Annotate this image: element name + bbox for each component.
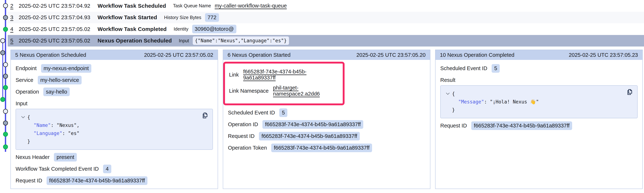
json-line: {: [446, 90, 632, 98]
event-dot-white[interactable]: [3, 62, 8, 67]
json-line: }: [446, 106, 632, 114]
event-detail-label: Identity: [174, 26, 188, 32]
event-dot-white[interactable]: [3, 3, 8, 8]
field-row: Link f665283f-743e-4374-b45b-9a61a89337f…: [229, 69, 338, 81]
json-line: "Language": "es": [21, 129, 208, 137]
field-row: Endpoint my-nexus-endpoint: [16, 64, 213, 73]
json-sep: :: [62, 129, 68, 137]
json-brace: {: [27, 113, 30, 121]
event-dot-green[interactable]: [0, 97, 5, 102]
event-id-link[interactable]: 4: [10, 26, 19, 32]
event-group-detail-panels: 5 Nexus Operation Scheduled 2025-02-25 U…: [10, 50, 643, 189]
field-row: Request ID f665283f-743e-4374-b45b-9a61a…: [16, 176, 213, 185]
event-dot-green[interactable]: [3, 145, 8, 149]
field-label: Service: [16, 77, 33, 83]
event-dot-green[interactable]: [3, 27, 8, 31]
field-row: Scheduled Event ID 5: [440, 64, 638, 73]
json-key: "Name": [34, 121, 51, 129]
event-input-code-badge: {"Name":"Nexus","Language":"es"}: [193, 36, 289, 45]
json-value: "¡Hola! Nexus 👋": [490, 98, 539, 106]
field-label: Operation ID: [228, 121, 258, 127]
event-detail-label: Task Queue Name: [173, 3, 211, 8]
copy-icon[interactable]: [202, 112, 208, 121]
field-label: Operation: [16, 89, 39, 95]
event-dot-white[interactable]: [0, 38, 5, 43]
field-row: Nexus Header present: [16, 153, 213, 162]
nexus-link[interactable]: f665283f-743e-4374-b45b-9a61a89337ff: [243, 69, 338, 81]
field-label: Operation Token: [228, 145, 267, 151]
json-sep: :: [51, 121, 56, 129]
json-value: "es": [68, 129, 80, 137]
panel-timestamp: 2025-02-25 UTC 23:57:05.23: [569, 52, 638, 58]
event-dot-gray[interactable]: [3, 74, 8, 78]
event-detail-value-badge: 772: [205, 13, 219, 22]
panel-header: 10 Nexus Operation Completed 2025-02-25 …: [436, 50, 642, 60]
event-dot-gray[interactable]: [3, 15, 8, 20]
event-dot-white[interactable]: [3, 109, 8, 114]
field-row: Request ID f665283f-743e-4374-b45b-9a61a…: [440, 121, 638, 130]
field-label: Link Namespace: [229, 88, 269, 94]
event-history-list: 2 2025-02-25 UTC 23:57:04.92 Workflow Ta…: [8, 0, 644, 46]
event-id-link[interactable]: 3: [10, 14, 19, 20]
event-history-timeline[interactable]: [0, 0, 8, 193]
event-row[interactable]: 4 2025-02-25 UTC 23:57:05.02 Workflow Ta…: [8, 23, 644, 35]
panel-title: 10 Nexus Operation Completed: [440, 52, 514, 58]
event-dot-gray[interactable]: [3, 121, 8, 125]
panel-body: Scheduled Event ID 5 Result { "Message":…: [436, 60, 642, 189]
chevron-down-icon[interactable]: [21, 116, 26, 119]
link-namespace-link[interactable]: phil-target-namespace2.a2dd6: [273, 85, 338, 97]
field-label: Request ID: [440, 123, 467, 129]
field-value-badge: present: [54, 153, 77, 162]
json-line: "Message": "¡Hola! Nexus 👋": [446, 98, 632, 106]
field-label: Request ID: [228, 133, 254, 139]
field-value-badge: 5: [492, 64, 500, 73]
json-brace: }: [27, 137, 30, 145]
json-brace: }: [452, 106, 455, 114]
event-id-link[interactable]: 5: [10, 37, 19, 44]
field-label: Result: [440, 77, 455, 83]
field-value-badge: say-hello: [43, 88, 70, 96]
panel-body: Endpoint my-nexus-endpoint Service my-he…: [11, 60, 218, 189]
field-label: Link: [229, 72, 239, 78]
copy-icon[interactable]: [626, 89, 633, 98]
event-dot-gray[interactable]: [0, 50, 5, 55]
panel-nexus-operation-started: 6 Nexus Operation Started 2025-02-25 UTC…: [223, 50, 430, 189]
field-row: Workflow Task Completed Event ID 4: [16, 165, 213, 173]
panel-header: 5 Nexus Operation Scheduled 2025-02-25 U…: [11, 50, 218, 60]
chevron-down-icon[interactable]: [446, 92, 450, 95]
field-row: Service my-hello-service: [16, 76, 213, 84]
field-value-badge: f665283f-743e-4374-b45b-9a61a89337ff: [259, 132, 360, 141]
event-id-link[interactable]: 2: [10, 3, 19, 9]
json-key: "Language": [34, 129, 62, 137]
task-queue-link[interactable]: my-caller-workflow-task-queue: [215, 3, 287, 9]
event-detail-label: Input: [179, 38, 189, 43]
field-label: Scheduled Event ID: [440, 65, 487, 71]
event-row[interactable]: 2 2025-02-25 UTC 23:57:04.92 Workflow Ta…: [8, 0, 644, 12]
panel-timestamp: 2025-02-25 UTC 23:57:05.20: [356, 52, 426, 58]
event-timestamp: 2025-02-25 UTC 23:57:05.02: [19, 37, 98, 44]
event-type: Workflow Task Completed: [98, 26, 167, 32]
event-dot-green[interactable]: [3, 85, 8, 90]
json-key: "Message": [458, 98, 484, 106]
json-line: {: [21, 113, 208, 121]
event-type: Workflow Task Started: [98, 14, 157, 20]
event-row[interactable]: 3 2025-02-25 UTC 23:57:04.93 Workflow Ta…: [8, 12, 644, 23]
field-row: Operation say-hello: [16, 88, 213, 96]
json-brace: {: [452, 90, 455, 98]
field-row: Result: [440, 76, 638, 84]
json-sep: :: [484, 98, 490, 106]
event-timestamp: 2025-02-25 UTC 23:57:05.02: [19, 26, 98, 32]
highlight-annotation-box: Link f665283f-743e-4374-b45b-9a61a89337f…: [223, 62, 344, 105]
event-dot-green[interactable]: [3, 132, 8, 136]
event-timestamp: 2025-02-25 UTC 23:57:04.92: [19, 3, 98, 9]
json-viewer-result: { "Message": "¡Hola! Nexus 👋" }: [440, 85, 638, 118]
event-type: Nexus Operation Scheduled: [98, 37, 172, 44]
field-value-badge: f665283f-743e-4374-b45b-9a61a89337ff: [46, 176, 148, 185]
field-row: Link Namespace phil-target-namespace2.a2…: [229, 85, 338, 97]
event-row-selected[interactable]: 5 2025-02-25 UTC 23:57:05.02 Nexus Opera…: [8, 35, 644, 47]
field-row: Operation ID f665283f-743e-4374-b45b-9a6…: [228, 120, 425, 129]
event-timestamp: 2025-02-25 UTC 23:57:04.93: [19, 14, 98, 20]
event-detail-label: History Size Bytes: [164, 15, 201, 20]
panel-title: 5 Nexus Operation Scheduled: [15, 52, 86, 58]
field-row: Operation Token f665283f-743e-4374-b45b-…: [228, 144, 425, 152]
